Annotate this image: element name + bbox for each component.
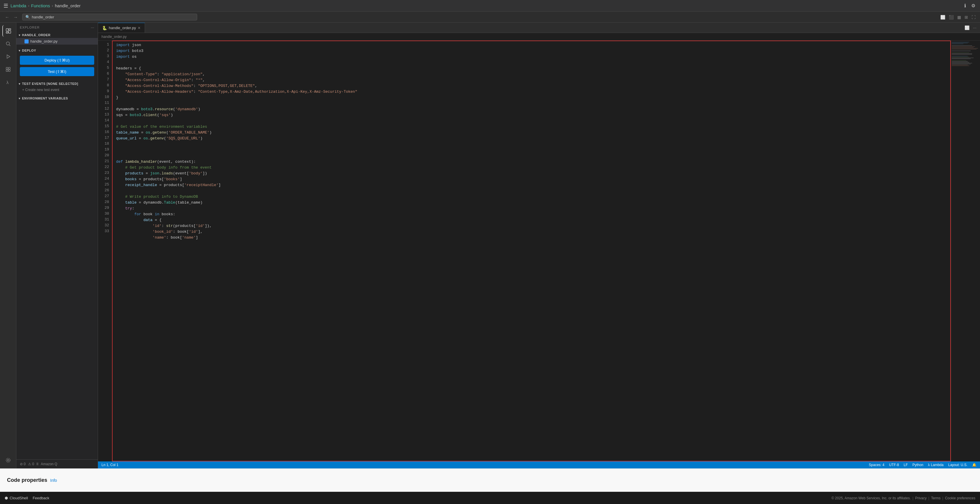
svg-rect-29 bbox=[952, 59, 970, 59]
sidebar-handle-order-header[interactable]: ▾ HANDLE_ORDER bbox=[16, 32, 98, 38]
activity-lambda[interactable]: λ bbox=[2, 76, 14, 88]
line-num-17: 17 bbox=[98, 135, 109, 141]
svg-rect-18 bbox=[952, 46, 975, 47]
more-actions-icon[interactable]: ··· bbox=[972, 24, 978, 31]
deploy-section-header[interactable]: ▾ DEPLOY bbox=[16, 48, 98, 53]
line-num-11: 11 bbox=[98, 100, 109, 106]
svg-rect-10 bbox=[8, 70, 10, 72]
line-num-18: 18 bbox=[98, 141, 109, 147]
search-box: 🔍 bbox=[22, 14, 197, 21]
line-num-7: 7 bbox=[98, 77, 109, 83]
separator-2: | bbox=[928, 496, 929, 500]
svg-marker-6 bbox=[7, 55, 10, 58]
line-num-22: 22 bbox=[98, 164, 109, 170]
code-properties-title: Code properties bbox=[7, 477, 47, 483]
activity-search[interactable] bbox=[2, 38, 14, 49]
svg-point-13 bbox=[6, 458, 10, 462]
line-num-20: 20 bbox=[98, 153, 109, 158]
errors-status[interactable]: ⊘ 0 bbox=[20, 462, 25, 466]
editor-tab-handle-order[interactable]: 🐍 handle_order.py ✕ bbox=[98, 23, 145, 33]
sidebar-status: ⊘ 0 ⚠ 0 II Amazon Q bbox=[16, 459, 98, 468]
forward-button[interactable]: → bbox=[12, 14, 19, 20]
nav-arrows: ← → bbox=[3, 14, 19, 20]
layout-status[interactable]: Layout: U.S. bbox=[948, 463, 967, 467]
activity-settings[interactable] bbox=[2, 455, 14, 466]
deploy-button[interactable]: Deploy (⇧⌘U) bbox=[20, 56, 94, 65]
tab-close-icon[interactable]: ✕ bbox=[138, 26, 141, 30]
cloudshell-label: CloudShell bbox=[10, 496, 28, 500]
svg-point-4 bbox=[6, 42, 10, 45]
line-num-25: 25 bbox=[98, 182, 109, 188]
layout-icon-2[interactable]: ⬛ bbox=[948, 14, 955, 21]
settings-icon-btn[interactable]: ⚙ bbox=[970, 2, 977, 10]
lambda-status-label: Lambda bbox=[931, 463, 943, 467]
breadcrumb-functions[interactable]: Functions bbox=[31, 3, 50, 8]
svg-rect-8 bbox=[8, 67, 10, 69]
breadcrumb-sep2: › bbox=[52, 3, 53, 8]
activity-extensions[interactable] bbox=[2, 64, 14, 75]
info-icon-btn[interactable]: ℹ bbox=[963, 2, 967, 10]
amazonq-status[interactable]: Amazon Q bbox=[41, 462, 57, 466]
split-editor-icon[interactable]: ⬜ bbox=[963, 24, 970, 31]
cloudshell-icon: ⬢ bbox=[5, 496, 8, 500]
sidebar-header: Explorer ··· bbox=[16, 23, 98, 32]
tab-filename: handle_order.py bbox=[109, 25, 136, 30]
line-num-3: 3 bbox=[98, 53, 109, 59]
svg-rect-7 bbox=[6, 67, 8, 69]
code-properties-info-link[interactable]: Info bbox=[50, 478, 57, 483]
breadcrumb-lambda[interactable]: Lambda bbox=[11, 3, 26, 8]
language-status[interactable]: Python bbox=[912, 463, 923, 467]
create-test-event[interactable]: + Create new test event bbox=[16, 87, 98, 93]
env-vars-chevron-icon: ▾ bbox=[19, 97, 21, 100]
layout-icon-3[interactable]: ▦ bbox=[956, 14, 962, 21]
editor-statusbar: Ln 1, Col 1 Spaces: 4 UTF-8 LF Python λ … bbox=[98, 461, 980, 468]
chevron-down-icon: ▾ bbox=[19, 33, 21, 37]
cookie-link[interactable]: Cookie preferences bbox=[945, 496, 975, 500]
line-num-27: 27 bbox=[98, 193, 109, 199]
back-button[interactable]: ← bbox=[3, 14, 11, 20]
layout-icon-4[interactable]: ⊞ bbox=[964, 14, 969, 21]
layout-icon-1[interactable]: ⬜ bbox=[939, 14, 946, 21]
env-vars-header[interactable]: ▾ ENVIRONMENT VARIABLES bbox=[16, 95, 98, 101]
activity-bar: λ bbox=[0, 23, 16, 468]
test-button[interactable]: Test (⇧⌘I) bbox=[20, 67, 94, 76]
terms-link[interactable]: Terms bbox=[931, 496, 940, 500]
lambda-status[interactable]: λ Lambda bbox=[928, 463, 943, 467]
hamburger-icon[interactable]: ☰ bbox=[3, 3, 8, 9]
breadcrumb-current: handle_order bbox=[55, 3, 81, 8]
line-num-12: 12 bbox=[98, 106, 109, 112]
cursor-position-status[interactable]: Ln 1, Col 1 bbox=[102, 463, 118, 467]
line-num-29: 29 bbox=[98, 205, 109, 211]
svg-rect-14 bbox=[952, 42, 969, 42]
test-events-header[interactable]: ▾ TEST EVENTS [NONE SELECTED] bbox=[16, 81, 98, 87]
warnings-status[interactable]: ⚠ 0 bbox=[28, 462, 34, 466]
layout-icon-5[interactable]: ⛶ bbox=[970, 14, 977, 21]
sidebar-handle-order-section: ▾ HANDLE_ORDER handle_order.py bbox=[16, 32, 98, 45]
svg-rect-9 bbox=[6, 70, 8, 72]
python-file-icon bbox=[24, 40, 29, 43]
eol-status[interactable]: LF bbox=[904, 463, 908, 467]
search-bar-row: ← → 🔍 ⬜ ⬛ ▦ ⊞ ⛶ bbox=[0, 12, 980, 23]
activity-explorer[interactable] bbox=[2, 25, 14, 37]
deploy-chevron-icon: ▾ bbox=[19, 49, 21, 52]
editor-breadcrumb-file: handle_order.py bbox=[102, 35, 127, 39]
line-num-15: 15 bbox=[98, 123, 109, 129]
line-num-33: 33 bbox=[98, 228, 109, 234]
line-num-6: 6 bbox=[98, 71, 109, 77]
code-content[interactable]: import json import boto3 import os heade… bbox=[112, 41, 951, 461]
search-input[interactable] bbox=[32, 15, 194, 19]
tab-file-icon: 🐍 bbox=[102, 25, 107, 30]
line-numbers: 1 2 3 4 5 6 7 8 9 10 11 12 13 14 15 16 1… bbox=[98, 41, 112, 461]
sidebar-more-icon[interactable]: ··· bbox=[91, 25, 94, 30]
activity-run[interactable] bbox=[2, 51, 14, 62]
feedback-link[interactable]: Feedback bbox=[33, 496, 49, 500]
privacy-link[interactable]: Privacy bbox=[915, 496, 927, 500]
encoding-status[interactable]: UTF-8 bbox=[889, 463, 899, 467]
bottom-bar: ⬢ CloudShell Feedback © 2025, Amazon Web… bbox=[0, 492, 980, 504]
cloudshell-item[interactable]: ⬢ CloudShell bbox=[5, 496, 28, 500]
sidebar-file-handle-order[interactable]: handle_order.py bbox=[16, 38, 98, 45]
spaces-status[interactable]: Spaces: 4 bbox=[869, 463, 885, 467]
bell-status[interactable]: 🔔 bbox=[972, 463, 977, 467]
pause-status: II bbox=[37, 462, 38, 466]
separator-1: | bbox=[913, 496, 913, 500]
